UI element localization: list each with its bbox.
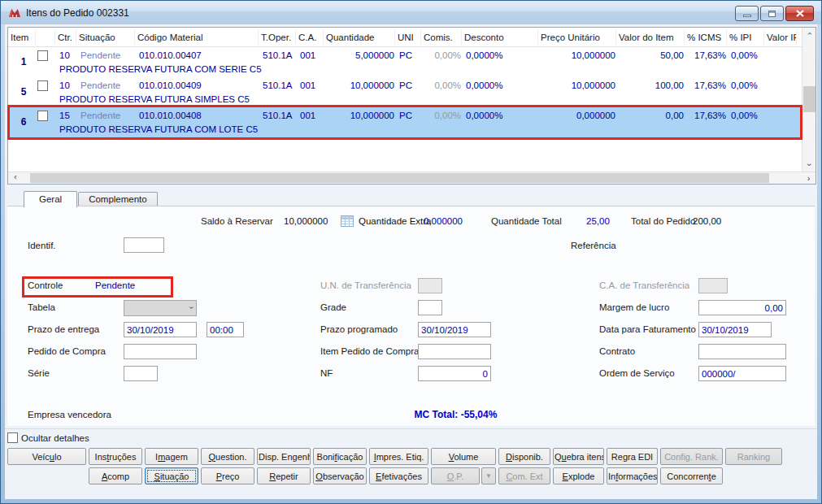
window-title: Itens do Pedido 002331: [26, 7, 129, 19]
column-header-quantidade[interactable]: Quantidade: [324, 30, 395, 45]
maximize-button[interactable]: [760, 6, 784, 21]
total-pedido-label: Total do Pedido: [631, 216, 695, 226]
contrato-input[interactable]: [698, 344, 786, 359]
table-row-item-6[interactable]: 615Pendente010.010.00408510.1A00110,0000…: [10, 107, 800, 137]
table-row-item-1[interactable]: 110Pendente010.010.00407510.1A0015,00000…: [10, 47, 800, 77]
button-regra-edi[interactable]: Regra EDI: [607, 448, 658, 465]
column-header-comis[interactable]: Comis.: [421, 30, 462, 45]
horizontal-scroll-track[interactable]: [22, 172, 802, 184]
button-explode[interactable]: Explode: [553, 467, 604, 484]
column-header-valor-do-item[interactable]: Valor do Item: [616, 30, 685, 45]
row-checkbox[interactable]: [37, 50, 48, 61]
column-header-ctr[interactable]: Ctr.: [55, 30, 76, 45]
cell-codigo: 010.010.00407: [137, 50, 260, 60]
cell-icms: 17,63%: [686, 80, 728, 90]
scroll-left-icon[interactable]: ›: [8, 172, 22, 185]
button-quebra-itens[interactable]: Quebra itens: [553, 448, 604, 465]
cell-ctr: 10: [57, 50, 78, 60]
grade-input[interactable]: [418, 300, 442, 315]
horizontal-scrollbar[interactable]: › ›: [8, 172, 815, 184]
cell-ca: 001: [298, 111, 325, 120]
button-volume[interactable]: Volume: [431, 448, 496, 465]
button-observacao[interactable]: Observação: [313, 467, 367, 484]
tabela-dropdown[interactable]: ›: [124, 300, 197, 316]
column-header-c-a[interactable]: C.A.: [296, 30, 324, 45]
row-checkbox[interactable]: [37, 111, 48, 121]
cell-toper: 510.1A: [260, 50, 298, 60]
column-header-icms[interactable]: % ICMS: [685, 30, 727, 45]
column-header-codigo-material[interactable]: Código Material: [135, 30, 259, 45]
title-bar[interactable]: Itens do Pedido 002331: [1, 1, 821, 24]
button-bonificacao[interactable]: Bonificação: [313, 448, 367, 465]
minimize-button[interactable]: [735, 6, 759, 21]
row-checkbox[interactable]: [37, 80, 48, 91]
prazo-programado-input[interactable]: [418, 322, 491, 337]
serie-label: Série: [28, 368, 50, 378]
separator-line: [5, 428, 817, 429]
button-imagem[interactable]: Imagem: [145, 448, 198, 465]
app-logo-icon: [8, 7, 21, 20]
column-header-preco-unitario[interactable]: Preço Unitário: [538, 30, 616, 45]
horizontal-scroll-thumb[interactable]: [30, 173, 769, 183]
op-dropdown-arrow-icon[interactable]: ▼: [481, 467, 496, 484]
button-config-rank[interactable]: Config. Rank.: [660, 448, 723, 465]
tab-geral[interactable]: Geral: [24, 191, 77, 207]
column-header-ipi[interactable]: % IPI: [727, 30, 764, 45]
tab-complemento[interactable]: Complemento: [78, 192, 158, 206]
column-header-situacao[interactable]: Situação: [76, 30, 135, 45]
button-impres-etiq[interactable]: Impres. Etiq.: [369, 448, 428, 465]
button-disp-engenh[interactable]: Disp. Engenh.: [257, 448, 311, 465]
cell-ca: 001: [298, 80, 325, 90]
vertical-scroll-thumb[interactable]: [803, 86, 815, 112]
button-instrucoes[interactable]: Instruções: [89, 448, 142, 465]
button-ranking[interactable]: Ranking: [725, 448, 782, 465]
pedido-compra-input[interactable]: [124, 344, 197, 359]
button-informacoes[interactable]: Informações: [607, 467, 658, 484]
item-pedido-compra-input[interactable]: [418, 344, 491, 359]
close-button[interactable]: [785, 6, 814, 21]
table-row-item-5[interactable]: 510Pendente010.010.00409510.1A00110,0000…: [10, 77, 800, 107]
column-header-desconto[interactable]: Desconto: [462, 30, 538, 45]
button-acomp[interactable]: Acomp: [89, 467, 142, 484]
mc-total-value: MC Total: -55,04%: [7, 409, 815, 420]
button-situacao[interactable]: Situação: [145, 467, 198, 484]
cell-ipi: 0,00%: [728, 111, 766, 120]
nf-input[interactable]: [418, 366, 491, 381]
button-question[interactable]: Question.: [201, 448, 254, 465]
items-table: ItemCtr.SituaçãoCódigo MaterialT.Oper.C.…: [7, 27, 816, 185]
margem-lucro-input[interactable]: [698, 300, 786, 315]
scroll-right-icon[interactable]: ›: [802, 172, 815, 185]
button-veiculo[interactable]: Veículo: [7, 448, 86, 465]
cell-quantidade: 10,000000: [325, 111, 397, 120]
button-disponib[interactable]: Disponib.: [498, 448, 550, 465]
controle-value: Pendente: [95, 280, 135, 290]
prazo-entrega-date-input[interactable]: [124, 322, 197, 337]
identif-input[interactable]: [124, 237, 164, 253]
ordem-servico-label: Ordem de Serviço: [599, 368, 675, 378]
grid-table-icon[interactable]: [341, 215, 354, 227]
button-o-p[interactable]: O.P.: [431, 467, 480, 484]
cell-ctr: 10: [57, 80, 78, 90]
scroll-down-icon[interactable]: ›: [802, 159, 816, 172]
prazo-entrega-time-input[interactable]: [207, 322, 244, 337]
button-efetivacoes[interactable]: Efetivações: [369, 467, 428, 484]
cell-uni: PC: [397, 50, 423, 60]
serie-input[interactable]: [124, 366, 158, 381]
scroll-up-icon[interactable]: ›: [802, 28, 816, 41]
column-header-uni[interactable]: UNI: [395, 30, 421, 45]
prazo-programado-label: Prazo programado: [320, 324, 398, 334]
column-header-t-oper[interactable]: T.Oper.: [259, 30, 296, 45]
button-repetir[interactable]: Repetir: [257, 467, 311, 484]
button-concorrente[interactable]: Concorrente: [660, 467, 723, 484]
button-com-ext[interactable]: Com. Ext: [498, 467, 550, 484]
ocultar-detalhes-checkbox[interactable]: [7, 432, 18, 443]
button-preco[interactable]: Preço: [201, 467, 254, 484]
un-transferencia-input: [418, 278, 442, 293]
data-faturamento-input[interactable]: [698, 322, 772, 337]
column-header-valor-ipi[interactable]: Valor IPI: [764, 30, 797, 45]
ordem-servico-input[interactable]: [698, 366, 786, 381]
vertical-scrollbar[interactable]: › ›: [802, 28, 815, 172]
column-header-item[interactable]: Item: [8, 30, 36, 45]
itens-do-pedido-window: Itens do Pedido 002331 ItemCtr.SituaçãoC…: [0, 0, 822, 504]
column-header-checkbox[interactable]: [36, 30, 55, 45]
